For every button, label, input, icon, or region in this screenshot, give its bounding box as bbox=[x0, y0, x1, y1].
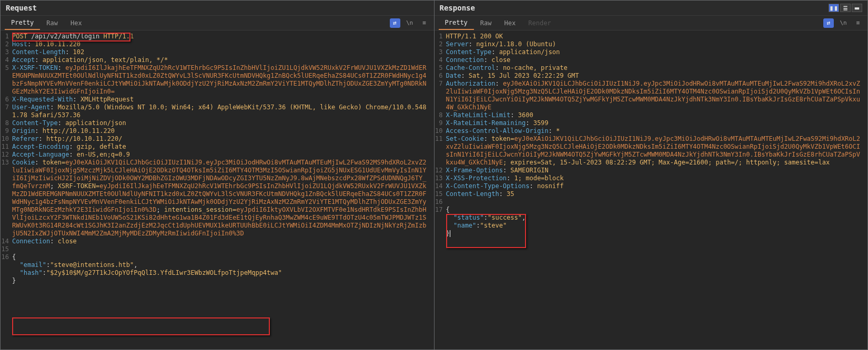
tab-hex[interactable]: Hex bbox=[498, 17, 522, 29]
arrows-icon[interactable]: ⇄ bbox=[823, 18, 834, 28]
response-toolbar: Pretty Raw Hex Render ⇄ \n ≡ bbox=[435, 16, 868, 30]
http-method: POST bbox=[12, 33, 27, 40]
highlight-request-body bbox=[12, 317, 270, 335]
response-code[interactable]: 1HTTP/1.1 200 OK 2Server: nginx/1.18.0 (… bbox=[435, 30, 868, 349]
request-code[interactable]: 1POST /api/v2/auth/login HTTP/1.1 2Host:… bbox=[1, 30, 434, 349]
newline-icon[interactable]: \n bbox=[838, 18, 849, 28]
tab-raw[interactable]: Raw bbox=[40, 17, 64, 29]
tab-hex[interactable]: Hex bbox=[64, 17, 88, 29]
request-header: Request bbox=[1, 1, 434, 16]
response-header: Response ▮▮ ≡ ▬ bbox=[435, 1, 868, 16]
layout-split-icon[interactable]: ▮▮ bbox=[829, 4, 839, 12]
response-title: Response bbox=[440, 4, 475, 12]
response-panel: Response ▮▮ ≡ ▬ Pretty Raw Hex Render ⇄ … bbox=[435, 1, 868, 349]
request-panel: Request Pretty Raw Hex ⇄ \n ≡ 1POST /api… bbox=[1, 1, 435, 349]
newline-icon[interactable]: \n bbox=[405, 18, 415, 28]
arrows-icon[interactable]: ⇄ bbox=[390, 18, 400, 28]
layout-toggle: ▮▮ ≡ ▬ bbox=[829, 4, 862, 12]
tab-pretty[interactable]: Pretty bbox=[5, 16, 40, 30]
app-root: Request Pretty Raw Hex ⇄ \n ≡ 1POST /api… bbox=[0, 0, 868, 350]
text-cursor bbox=[450, 230, 450, 237]
tab-pretty[interactable]: Pretty bbox=[439, 16, 474, 30]
menu-icon[interactable]: ≡ bbox=[419, 18, 430, 28]
request-title: Request bbox=[6, 4, 37, 12]
menu-icon[interactable]: ≡ bbox=[853, 18, 863, 28]
request-toolbar: Pretty Raw Hex ⇄ \n ≡ bbox=[1, 16, 434, 30]
tab-render[interactable]: Render bbox=[522, 17, 557, 29]
layout-horizontal-icon[interactable]: ≡ bbox=[840, 4, 851, 12]
tab-raw[interactable]: Raw bbox=[474, 17, 498, 29]
layout-single-icon[interactable]: ▬ bbox=[852, 4, 862, 12]
